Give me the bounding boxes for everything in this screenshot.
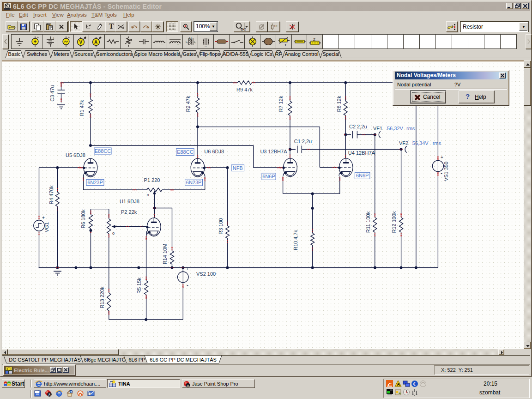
svg-text:U4 12BH7A: U4 12BH7A (348, 150, 375, 156)
svg-text:R3 100: R3 100 (218, 218, 224, 234)
svg-text:o: o (147, 193, 149, 197)
svg-text:8: 8 (48, 393, 51, 397)
svg-text:U1 6DJ8: U1 6DJ8 (120, 199, 139, 204)
svg-text:6L6 GC PP DC MEGHAJTÁS: 6L6 GC PP DC MEGHAJTÁS (150, 357, 217, 363)
svg-text:P1 220: P1 220 (144, 177, 160, 183)
svg-text:C3 47u: C3 47u (49, 85, 55, 101)
svg-text:VS2 100: VS2 100 (196, 271, 216, 277)
svg-text:A: A (397, 382, 400, 387)
svg-text:R8 12k: R8 12k (336, 96, 342, 112)
svg-text:R5 15k: R5 15k (136, 278, 142, 294)
svg-text:6N6P: 6N6P (356, 173, 369, 178)
svg-text:+: + (42, 215, 45, 220)
svg-text:6L6 PP: 6L6 PP (128, 357, 145, 363)
svg-text:6N23P: 6N23P (87, 180, 103, 185)
svg-text:E88CC: E88CC (95, 148, 111, 154)
svg-text:VG1: VG1 (44, 222, 49, 232)
svg-text:R13 220k: R13 220k (99, 286, 105, 308)
svg-text:+: + (441, 155, 443, 160)
svg-text:8: 8 (187, 384, 189, 388)
svg-text:VF1: VF1 (373, 126, 382, 131)
svg-text:R7 12k: R7 12k (278, 96, 284, 112)
svg-text:C2 2,2u: C2 2,2u (349, 124, 367, 129)
svg-text:-: - (441, 170, 442, 176)
svg-text:rms: rms (406, 126, 415, 131)
svg-text:U5 6DJ8: U5 6DJ8 (66, 152, 85, 158)
svg-text:6N23P: 6N23P (186, 180, 202, 185)
svg-text:☾: ☾ (413, 381, 417, 387)
svg-text:NFB: NFB (233, 165, 243, 171)
svg-text:R14 10M: R14 10M (162, 244, 168, 265)
svg-text:56,34V: 56,34V (412, 140, 429, 146)
svg-text:R2 47k: R2 47k (185, 96, 191, 112)
svg-text:-: - (42, 230, 43, 236)
svg-text:+: + (186, 266, 189, 272)
svg-text:o: o (112, 231, 115, 236)
svg-text:VF2: VF2 (399, 140, 408, 146)
svg-text:U3 12BH7A: U3 12BH7A (260, 149, 287, 154)
svg-text:R1 47k: R1 47k (79, 100, 85, 116)
svg-text:R4 470k: R4 470k (48, 185, 54, 204)
svg-text:6l6gc MEGHAJTÓ: 6l6gc MEGHAJTÓ (84, 357, 126, 363)
svg-text:56,32V: 56,32V (387, 126, 404, 131)
svg-text:VS1 350: VS1 350 (443, 162, 449, 181)
svg-text:R10 4,7k: R10 4,7k (293, 230, 298, 250)
svg-text:6N6P: 6N6P (262, 174, 275, 179)
svg-text:rms: rms (433, 140, 441, 146)
svg-text:-: - (187, 282, 188, 289)
svg-text:U6 6DJ8: U6 6DJ8 (204, 149, 224, 154)
svg-text:R9 47k: R9 47k (236, 87, 253, 92)
svg-text:C1 2,2u: C1 2,2u (294, 139, 312, 144)
svg-text:R6 180k: R6 180k (80, 209, 86, 228)
svg-text:R12 100k: R12 100k (391, 211, 397, 233)
svg-text:P2 22k: P2 22k (121, 209, 137, 215)
svg-text:E88CC: E88CC (177, 149, 193, 155)
svg-text:DC CSATOLT PP MEGHAJTÁS: DC CSATOLT PP MEGHAJTÁS (9, 357, 80, 363)
svg-text:R11 100k: R11 100k (365, 211, 371, 233)
